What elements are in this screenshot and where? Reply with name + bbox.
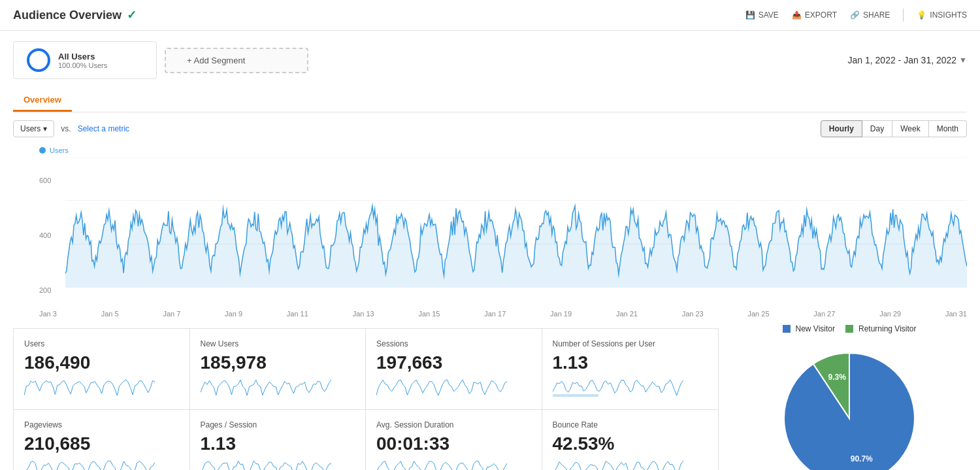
x-label: Jan 11: [287, 310, 308, 318]
x-label: Jan 27: [813, 310, 835, 318]
metric-value-6: 00:01:33: [376, 433, 531, 454]
save-button[interactable]: 💾 SAVE: [745, 10, 779, 20]
sparkline-0: [24, 378, 155, 397]
metric-name-7: Bounce Rate: [553, 420, 708, 429]
segment-circle: [27, 48, 50, 72]
bottom-section: Users186,490New Users185,978Sessions197,…: [13, 318, 967, 470]
metric-name-6: Avg. Session Duration: [376, 420, 531, 429]
metric-arrow: ▾: [43, 124, 47, 133]
x-axis-labels: Jan 3Jan 5Jan 7Jan 9Jan 11Jan 13Jan 15Ja…: [13, 307, 967, 318]
metric-label: Users: [20, 124, 41, 133]
select-metric-button[interactable]: Select a metric: [78, 124, 129, 133]
y-label-200: 200: [39, 286, 51, 294]
insights-button[interactable]: 💡 INSIGHTS: [917, 10, 967, 20]
main-content: All Users 100.00% Users + Add Segment Ja…: [0, 31, 980, 470]
pie-chart: [771, 340, 928, 470]
x-label: Jan 7: [163, 310, 180, 318]
vs-label: vs.: [61, 124, 71, 133]
metric-cell-0: Users186,490: [14, 329, 190, 410]
x-label: Jan 29: [879, 310, 901, 318]
x-label: Jan 21: [616, 310, 638, 318]
segment-subtitle: 100.00% Users: [58, 61, 107, 69]
new-visitor-label: New Visitor: [796, 324, 835, 333]
x-label: Jan 9: [225, 310, 242, 318]
divider: [903, 8, 904, 22]
add-segment-label: + Add Segment: [187, 56, 245, 65]
metric-name-4: Pageviews: [24, 420, 179, 429]
week-button[interactable]: Week: [892, 120, 928, 137]
metric-cell-5: Pages / Session1.13: [190, 410, 367, 470]
sparkline-5: [201, 460, 331, 470]
y-axis: 600 400 200: [39, 176, 51, 294]
metrics-grid: Users186,490New Users185,978Sessions197,…: [13, 318, 719, 470]
new-visitor-legend: New Visitor: [783, 324, 835, 333]
tabs-bar: Overview: [13, 90, 967, 112]
chart-series-label: Users: [39, 146, 967, 154]
series-dot: [39, 147, 46, 154]
page-title: Audience Overview ✓: [13, 8, 137, 22]
top-actions: 💾 SAVE 📤 EXPORT 🔗 SHARE 💡 INSIGHTS: [745, 8, 967, 22]
metric-cell-7: Bounce Rate42.53%: [542, 410, 719, 470]
metric-value-7: 42.53%: [553, 433, 708, 454]
metric-cell-4: Pageviews210,685: [14, 410, 190, 470]
share-button[interactable]: 🔗 SHARE: [850, 10, 890, 20]
add-segment-button[interactable]: + Add Segment: [165, 48, 308, 73]
metric-name-0: Users: [24, 339, 179, 348]
verified-icon: ✓: [127, 8, 137, 22]
x-label: Jan 31: [945, 310, 967, 318]
chart-area: Users 600 400 200: [13, 140, 967, 307]
share-icon: 🔗: [850, 10, 860, 20]
metric-selector: Users ▾ vs. Select a metric: [13, 120, 129, 137]
sparkline-2: [376, 378, 507, 397]
pie-section: New Visitor Returning Visitor: [732, 318, 967, 470]
metric-value-4: 210,685: [24, 433, 179, 454]
new-visitor-dot: [783, 325, 791, 333]
sparkline-4: [24, 460, 155, 470]
metric-cell-3: Number of Sessions per User1.13: [542, 329, 719, 410]
returning-visitor-dot: [845, 325, 853, 333]
segment-bar: All Users 100.00% Users + Add Segment Ja…: [13, 31, 967, 90]
sparkline-1: [201, 378, 331, 397]
metric-value-3: 1.13: [553, 352, 708, 373]
metric-value-2: 197,663: [376, 352, 531, 373]
y-label-600: 600: [39, 176, 51, 184]
date-range-picker[interactable]: Jan 1, 2022 - Jan 31, 2022 ▼: [848, 55, 967, 65]
chart-wrapper: 600 400 200: [39, 157, 967, 288]
metric-value-0: 186,490: [24, 352, 179, 373]
save-icon: 💾: [745, 10, 755, 20]
top-bar: Audience Overview ✓ 💾 SAVE 📤 EXPORT 🔗 SH…: [0, 0, 980, 31]
metric-name-1: New Users: [201, 339, 355, 348]
x-label: Jan 13: [353, 310, 374, 318]
x-label: Jan 17: [484, 310, 506, 318]
metric-name-5: Pages / Session: [201, 420, 355, 429]
all-users-segment[interactable]: All Users 100.00% Users: [13, 41, 157, 79]
tab-overview[interactable]: Overview: [13, 90, 72, 112]
pie-legend: New Visitor Returning Visitor: [732, 324, 967, 333]
month-button[interactable]: Month: [929, 120, 967, 137]
hourly-button[interactable]: Hourly: [821, 120, 862, 137]
title-text: Audience Overview: [13, 8, 122, 22]
date-range-arrow: ▼: [959, 56, 967, 65]
metric-value-5: 1.13: [201, 433, 355, 454]
chart-controls: Users ▾ vs. Select a metric Hourly Day W…: [13, 112, 967, 140]
metric-cell-1: New Users185,978: [190, 329, 367, 410]
insights-icon: 💡: [917, 10, 926, 20]
metric-cell-2: Sessions197,663: [366, 329, 542, 410]
export-button[interactable]: 📤 EXPORT: [792, 10, 837, 20]
x-label: Jan 15: [418, 310, 440, 318]
users-metric-button[interactable]: Users ▾: [13, 120, 54, 137]
returning-visitor-legend: Returning Visitor: [845, 324, 917, 333]
export-icon: 📤: [792, 10, 802, 20]
sparkline-6: [376, 460, 507, 470]
segment-title: All Users: [58, 52, 107, 61]
sparkline-7: [553, 460, 683, 470]
metric-cell-6: Avg. Session Duration00:01:33: [366, 410, 542, 470]
date-range-text: Jan 1, 2022 - Jan 31, 2022: [848, 55, 957, 65]
x-label: Jan 5: [101, 310, 119, 318]
x-label: Jan 3: [39, 310, 57, 318]
segment-left: All Users 100.00% Users + Add Segment: [13, 41, 308, 79]
pie-chart-container: [732, 340, 967, 470]
day-button[interactable]: Day: [862, 120, 892, 137]
x-label: Jan 23: [682, 310, 704, 318]
metrics-grid-container: Users186,490New Users185,978Sessions197,…: [13, 328, 719, 470]
